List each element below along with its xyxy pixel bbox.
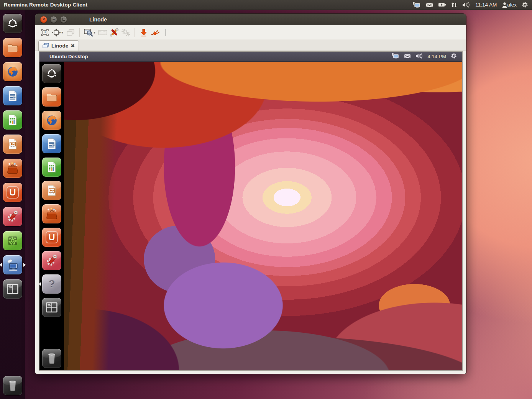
volume-indicator-icon[interactable] [462,2,470,8]
scaled-mode-button[interactable] [83,27,94,38]
remote-launcher-item-ubuntu-dash[interactable] [42,64,61,83]
launcher-item-workspace-switcher[interactable] [3,279,22,299]
scaled-mode-magnifier-icon [84,28,94,37]
duplicate-connection-button[interactable] [65,27,76,38]
remote-wallpaper[interactable] [64,62,462,370]
user-menu[interactable]: alex [502,2,517,8]
remote-launcher-item-libreoffice-writer[interactable] [42,134,61,153]
remote-launcher-item-software-center[interactable] [42,204,61,223]
remote-desktop-indicator-icon[interactable] [412,2,421,8]
launcher-item-trash[interactable] [3,376,22,395]
grab-keyboard-button[interactable] [97,27,108,38]
launcher-item-software-updater[interactable] [3,231,22,250]
host-top-panel: Remmina Remote Desktop Client 11:14 AM a… [0,0,532,10]
unknown-window-question-icon: ? [48,278,55,290]
launcher-item-software-center[interactable] [3,159,22,178]
remote-launcher-item-libreoffice-impress[interactable] [42,181,61,200]
tools-button[interactable] [108,27,120,38]
tab-close-button[interactable]: ✖ [71,43,75,49]
impress-presentation-icon [7,138,18,150]
minimize-to-tray-button[interactable] [138,27,149,38]
impress-presentation-icon [46,184,57,197]
tools-wrench-screwdriver-icon [109,28,119,37]
user-icon [502,2,507,8]
remote-launcher-item-libreoffice-calc[interactable] [42,158,61,177]
software-center-bag-icon [6,162,19,175]
keyboard-icon [98,29,108,36]
calc-spreadsheet-icon [7,114,18,126]
remote-launcher-item-unknown-window[interactable]: ? [42,274,61,294]
disconnect-plug-icon [150,28,160,37]
session-gear-icon[interactable] [522,2,528,8]
tab-linode[interactable]: Linode ✖ [38,40,79,51]
settings-gear-wrench-icon [45,254,59,268]
trash-icon [45,351,58,365]
tab-label: Linode [51,43,68,49]
remote-clock[interactable]: 4:14 PM [428,54,446,59]
launcher-item-firefox[interactable] [3,62,22,81]
remote-launcher-item-home-folder[interactable] [42,87,61,107]
orange-down-arrow-icon [139,28,148,37]
remote-launcher-item-firefox[interactable] [42,111,61,130]
remote-desktop[interactable]: U ? [39,62,462,370]
firefox-icon [6,65,20,79]
volume-indicator-icon[interactable] [415,53,423,60]
host-launcher: U [0,10,25,399]
remmina-remote-desktop-icon [6,258,20,272]
writer-document-icon [46,138,57,150]
host-clock[interactable]: 11:14 AM [475,2,497,8]
folder-icon [46,91,58,103]
launcher-item-libreoffice-calc[interactable] [3,110,22,130]
window-title: Linode [89,16,107,23]
firefox-icon [45,113,59,127]
launcher-item-libreoffice-impress[interactable] [3,135,22,154]
remote-desktop-indicator-icon[interactable] [391,53,399,61]
resize-number-label: 1 [44,30,46,34]
battery-indicator-icon[interactable] [438,2,446,7]
ubuntu-logo-icon [46,68,57,79]
window-close-button[interactable]: ✕ [40,16,47,23]
mail-indicator-icon[interactable] [404,53,411,60]
trash-icon [6,379,19,392]
host-indicator-tray: 11:14 AM alex [412,2,532,8]
launcher-item-home-folder[interactable] [3,38,22,57]
window-titlebar[interactable]: ✕ – Linode [35,14,466,25]
disconnect-button[interactable] [149,27,161,38]
folder-icon [7,42,19,53]
remote-launcher-item-workspace-switcher[interactable] [42,298,61,317]
launcher-item-system-settings[interactable] [3,207,22,226]
ubuntu-one-u-icon: U [7,186,19,199]
launcher-item-libreoffice-writer[interactable] [3,86,22,105]
mail-indicator-icon[interactable] [426,2,433,8]
username-label: alex [507,2,517,8]
calc-spreadsheet-icon [46,161,57,173]
launcher-item-remmina[interactable] [3,255,22,274]
preferences-gears-icon [120,28,131,37]
remote-indicator-tray: 4:14 PM [391,53,462,61]
remmina-toolbar: 1 ▾ ▾ [35,25,466,39]
fullscreen-icon [52,28,61,37]
remmina-window: ✕ – Linode 1 ▾ ▾ [35,14,466,374]
window-maximize-button[interactable] [60,16,67,23]
remote-menu-title: Ubuntu Desktop [49,54,88,59]
launcher-item-ubuntu-one[interactable]: U [3,183,22,202]
running-indicator-arrow [39,282,41,286]
host-desktop: Remmina Remote Desktop Client 11:14 AM a… [0,0,532,399]
connection-tabbar: Linode ✖ [35,39,466,51]
toolbar-separator [79,28,80,37]
remote-launcher-item-system-settings[interactable] [42,251,61,270]
window-minimize-button[interactable]: – [50,16,57,23]
remote-session-viewport[interactable]: Ubuntu Desktop 4:14 PM [39,51,463,371]
software-updater-icon [6,234,19,247]
preferences-button[interactable] [120,27,131,38]
sync-arrows-indicator-icon[interactable] [451,2,457,8]
resize-window-button[interactable]: 1 [39,27,51,38]
remote-launcher-item-ubuntu-one[interactable]: U [42,228,61,247]
ubuntu-logo-icon [7,18,18,29]
launcher-item-ubuntu-dash[interactable] [3,14,22,33]
duplicate-window-icon [66,28,75,37]
session-gear-icon[interactable] [451,53,457,61]
fullscreen-button[interactable] [51,27,62,38]
remote-launcher-item-trash[interactable] [42,349,61,368]
ubuntu-one-u-icon: U [46,231,58,243]
